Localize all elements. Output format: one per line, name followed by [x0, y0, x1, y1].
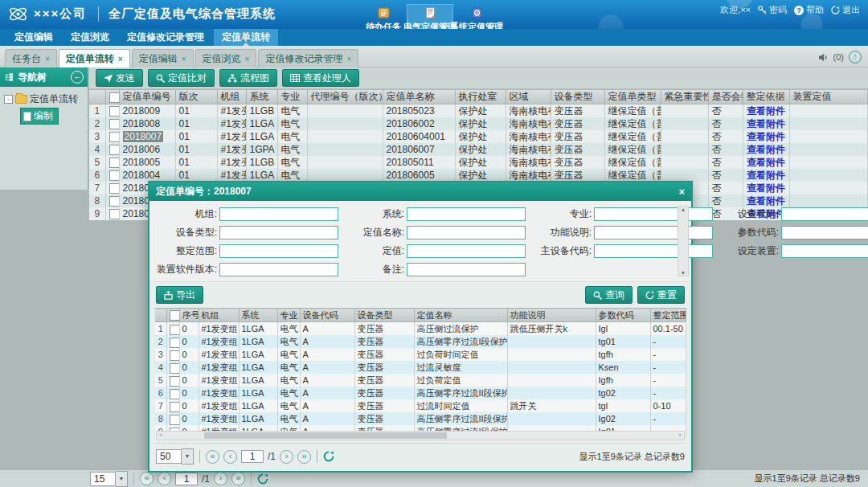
form-input[interactable]	[407, 207, 526, 221]
row-checkbox[interactable]	[170, 363, 180, 374]
subnav-item[interactable]: 定值编辑	[6, 29, 61, 46]
table-row[interactable]: 5 0 #1发变组 1LGA 电气 A 变压器 过负荷定值 Igfh -	[155, 374, 686, 387]
refresh-icon[interactable]	[323, 451, 334, 462]
page-size-select[interactable]: 50 ▼	[156, 448, 194, 464]
table-row[interactable]: 4 0 #1发变组 1LGA 电气 A 变压器 过流灵敏度 Ksen -	[155, 361, 686, 374]
row-checkbox[interactable]	[170, 350, 180, 361]
select-all-checkbox[interactable]	[170, 310, 180, 321]
next-page-button[interactable]: ›	[214, 472, 227, 485]
scrollbar-thumb[interactable]	[204, 432, 447, 439]
form-scrollbar[interactable]: ▲ ▼	[678, 206, 689, 276]
tab[interactable]: 任务台 ×	[5, 49, 57, 68]
table-row[interactable]: 1 0 #1发变组 1LGA 电气 A 变压器 高压侧过流保护 跳低压侧开关k …	[155, 322, 686, 336]
prev-page-button[interactable]: ‹	[158, 472, 171, 485]
row-checkbox[interactable]	[170, 325, 180, 335]
row-checkbox[interactable]	[109, 183, 120, 194]
speaker-icon[interactable]	[818, 53, 829, 62]
table-row[interactable]: 8 0 #1发变组 1LGA 电气 A 变压器 高压侧零序过流II段保护 Ig0…	[155, 412, 686, 425]
row-checkbox[interactable]	[170, 389, 180, 399]
close-icon[interactable]: ×	[678, 186, 685, 198]
view-attachment-link[interactable]: 查看附件	[747, 157, 785, 168]
row-checkbox[interactable]	[109, 170, 120, 181]
collapse-sidebar-icon[interactable]: ←	[71, 71, 84, 84]
form-input[interactable]	[594, 207, 713, 221]
tab[interactable]: 定值浏览 ×	[195, 49, 257, 68]
view-attachment-link[interactable]: 查看附件	[747, 170, 785, 181]
row-checkbox[interactable]	[109, 145, 120, 155]
table-row[interactable]: 2 0 #1发变组 1LGA 电气 A 变压器 高压侧零序过流I段保护时间 tg…	[155, 335, 686, 348]
row-checkbox[interactable]	[109, 196, 120, 207]
page-size-select[interactable]: 15 ▼	[90, 471, 128, 487]
tab-close-icon[interactable]: ×	[118, 55, 123, 63]
table-row[interactable]: 1 2018009 01 #1发变组 1LGB 电气 201805023 保护处…	[89, 104, 867, 118]
form-input[interactable]	[594, 226, 713, 239]
compare-button[interactable]: 定值比对	[148, 69, 215, 87]
tree-expander-icon[interactable]: -	[4, 95, 13, 104]
prev-page-button[interactable]: ‹	[223, 450, 237, 464]
scroll-down-icon[interactable]: ▼	[678, 270, 688, 276]
form-input[interactable]	[781, 226, 868, 239]
row-checkbox[interactable]	[170, 376, 180, 387]
view-attachment-link[interactable]: 查看附件	[747, 195, 785, 207]
row-checkbox[interactable]	[170, 338, 180, 348]
view-attachment-link[interactable]: 查看附件	[747, 131, 785, 142]
view-handlers-button[interactable]: 查看处理人	[282, 69, 359, 87]
form-input[interactable]	[407, 244, 526, 258]
form-input[interactable]	[219, 244, 338, 258]
page-input[interactable]: 1	[241, 450, 264, 463]
reset-button[interactable]: 重置	[637, 286, 685, 304]
tab-close-icon[interactable]: ×	[45, 55, 50, 63]
next-page-button[interactable]: ›	[280, 450, 293, 464]
row-checkbox[interactable]	[109, 158, 120, 168]
tree-node-root[interactable]: - 定值单流转	[4, 92, 84, 105]
table-row[interactable]: 3 0 #1发变组 1LGA 电气 A 变压器 过负荷时间定值 tgfh -	[155, 348, 686, 361]
subnav-item[interactable]: 定值单流转	[214, 29, 278, 46]
last-page-button[interactable]: »	[297, 450, 311, 464]
table-row[interactable]: 6 2018004 01 #1发变组 1LGA 电气 201806005 保护处…	[89, 169, 867, 182]
scroll-right-icon[interactable]: ›	[676, 432, 684, 440]
subnav-item[interactable]: 定值修改记录管理	[119, 29, 212, 46]
form-input[interactable]	[219, 263, 338, 276]
form-input[interactable]	[594, 244, 713, 258]
page-input[interactable]: 1	[175, 473, 198, 485]
expand-up-icon[interactable]: ↑	[849, 51, 862, 63]
form-input[interactable]	[219, 226, 338, 239]
help-link[interactable]: ? 帮助	[794, 4, 824, 16]
form-input[interactable]	[781, 207, 868, 221]
tab-close-icon[interactable]: ×	[182, 55, 186, 63]
row-checkbox[interactable]	[109, 106, 120, 117]
row-checkbox[interactable]	[109, 132, 120, 142]
send-button[interactable]: 发送	[96, 69, 143, 87]
table-row[interactable]: 2 2018008 01 #1发变组 1LGA 电气 201806002 保护处…	[89, 117, 867, 130]
table-row[interactable]: 4 2018006 01 #1发变组 1GPA 电气 201806007 保护处…	[89, 143, 867, 156]
row-checkbox[interactable]	[109, 209, 120, 219]
form-input[interactable]	[219, 207, 338, 221]
subnav-item[interactable]: 定值浏览	[63, 29, 117, 46]
table-row[interactable]: 3 2018007 01 #1发变组 1LGA 电气 20180604001 保…	[89, 130, 867, 143]
query-button[interactable]: 查询	[585, 286, 633, 304]
form-input[interactable]	[781, 244, 868, 258]
password-link[interactable]: 密码	[758, 4, 787, 16]
tab[interactable]: 定值编辑 ×	[132, 49, 194, 68]
tree-node-child-selected[interactable]: 编制	[20, 108, 59, 125]
view-attachment-link[interactable]: 查看附件	[747, 144, 785, 155]
view-attachment-link[interactable]: 查看附件	[747, 105, 785, 117]
select-all-checkbox[interactable]	[109, 92, 120, 103]
tab-close-icon[interactable]: ×	[245, 55, 250, 63]
export-button[interactable]: 导出	[156, 286, 203, 304]
form-input[interactable]	[407, 263, 526, 276]
scroll-left-icon[interactable]: ‹	[157, 432, 165, 440]
view-attachment-link[interactable]: 查看附件	[747, 118, 785, 129]
form-input[interactable]	[407, 226, 526, 239]
tab[interactable]: 定值单流转 ×	[59, 49, 130, 68]
scroll-up-icon[interactable]: ▲	[678, 207, 688, 212]
row-checkbox[interactable]	[170, 402, 180, 412]
first-page-button[interactable]: «	[206, 450, 219, 464]
flowchart-button[interactable]: 流程图	[219, 69, 277, 87]
first-page-button[interactable]: «	[140, 472, 154, 485]
logout-link[interactable]: 退出	[831, 4, 860, 16]
tab-close-icon[interactable]: ×	[346, 55, 351, 63]
row-checkbox[interactable]	[109, 119, 120, 129]
table-row[interactable]: 5 2018005 01 #1发变组 1LGB 电气 201805011 保护处…	[89, 156, 867, 169]
last-page-button[interactable]: »	[231, 472, 245, 485]
